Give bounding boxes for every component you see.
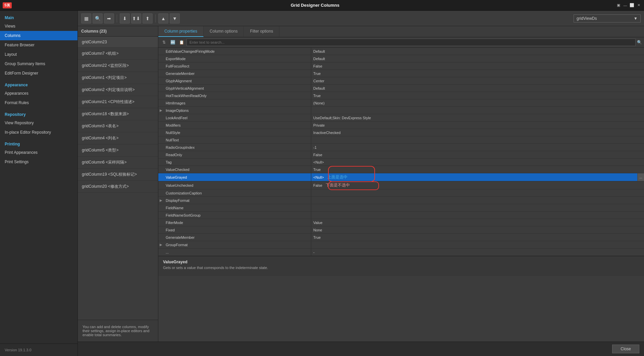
prop-row-imageoptions[interactable]: ▶ ImageOptions	[158, 107, 644, 114]
list-item[interactable]: gridColumn6 <采样间隔>	[78, 157, 158, 169]
close-button[interactable]: Close	[612, 345, 639, 353]
sidebar-item-group-summary-items[interactable]: Group Summary Items	[0, 59, 77, 69]
prop-name: LookAndFeel	[164, 114, 311, 121]
prop-row-generatemember[interactable]: GenerateMember True	[158, 70, 644, 77]
list-item[interactable]: gridColumn2 <判定项目说明>	[78, 84, 158, 96]
close-window-button[interactable]: ✕	[636, 3, 641, 8]
prop-row-groupformat[interactable]: ▶ GroupFormat	[158, 241, 644, 249]
prop-row-modifiers[interactable]: Modifiers Private	[158, 122, 644, 129]
prop-row-fieldnamesortgroup[interactable]: FieldNameSortGroup	[158, 212, 644, 219]
sidebar-item-layout[interactable]: Layout	[0, 50, 77, 59]
prop-value	[311, 204, 644, 211]
prop-edit-button[interactable]: ...	[637, 173, 644, 181]
prop-row-lookandfeel[interactable]: LookAndFeel UseDefault;Skin: DevExpress …	[158, 114, 644, 122]
prop-row-fieldname[interactable]: FieldName	[158, 204, 644, 212]
sidebar-item-inplace-editor-repository[interactable]: In-place Editor Repository	[0, 128, 77, 137]
list-item[interactable]: gridColumn3 <表名>	[78, 120, 158, 132]
prop-row-radiogroupindex[interactable]: RadioGroupIndex -1	[158, 144, 644, 151]
tab-column-properties[interactable]: Column properties	[158, 26, 204, 37]
prop-row-generatemember2[interactable]: GenerateMember True	[158, 234, 644, 241]
description-area: ValueGrayed Gets or sets a value that co…	[158, 256, 644, 276]
list-item[interactable]: gridColumn20 <修改方式>	[78, 181, 158, 193]
prop-row-readonly[interactable]: ReadOnly False	[158, 151, 644, 159]
chevron-down-icon: ▼	[634, 16, 638, 21]
list-item[interactable]: gridColumn4 <列名>	[78, 132, 158, 144]
sidebar-item-format-rules[interactable]: Format Rules	[0, 98, 77, 107]
prop-row-tag[interactable]: Tag <Null>	[158, 159, 644, 166]
prop-row-filtermode[interactable]: FilterMode Value	[158, 219, 644, 226]
list-item[interactable]: gridColumn21 <CP特性描述>	[78, 96, 158, 108]
toolbar-arrow-btn[interactable]: ➡	[104, 13, 114, 24]
prop-row-nullstyle[interactable]: NullStyle InactiveChecked	[158, 129, 644, 136]
list-item[interactable]: gridColumn23	[78, 37, 158, 48]
toolbar-expand-btn[interactable]: ▼	[170, 13, 180, 24]
prop-row-valuegrayed[interactable]: ValueGrayed <Null> 上面是选中 ...	[158, 173, 644, 181]
tab-column-options[interactable]: Column options	[204, 26, 244, 37]
sidebar-item-print-settings[interactable]: Print Settings	[0, 157, 77, 167]
categorize-btn[interactable]: 🔤	[169, 39, 176, 46]
prop-row-displayformat[interactable]: ▶ DisplayFormat	[158, 197, 644, 204]
list-item[interactable]: gridColumn7 <机组>	[78, 48, 158, 60]
toolbar: ▦ 🔍 ➡ ⬇ ⬆⬇ ⬆ ▲ ▼ gridViewDs ▼	[78, 11, 644, 26]
toolbar-search-btn[interactable]: 🔍	[93, 13, 103, 24]
prop-row-editvaluechangedfiringmode[interactable]: EditValueChangedFiringMode Default	[158, 48, 644, 55]
prop-row-ellipsis[interactable]: ... -	[158, 249, 644, 256]
sidebar-item-feature-browser[interactable]: Feature Browser	[0, 40, 77, 50]
list-item[interactable]: gridColumn22 <监控区段>	[78, 60, 158, 72]
minimize-button[interactable]: —	[623, 3, 628, 8]
prop-name: ImageOptions	[164, 107, 311, 114]
sort-props-btn[interactable]: ⇅	[160, 39, 168, 46]
prop-row-fixed[interactable]: Fixed None	[158, 226, 644, 234]
list-item[interactable]: gridColumn5 <类型>	[78, 144, 158, 157]
expand-icon	[158, 189, 164, 196]
prop-row-hottrackwhenreadonly[interactable]: HotTrackWhenReadOnly True	[158, 92, 644, 99]
expand-icon	[158, 92, 164, 99]
prop-row-valuechecked[interactable]: ValueChecked True	[158, 166, 644, 173]
main-panel: Columns (23) gridColumn23 gridColumn7 <机…	[78, 26, 644, 342]
prop-row-glyphalignment[interactable]: GlyphAlignment Center	[158, 77, 644, 85]
prop-value: True	[311, 70, 644, 77]
prop-row-nulltext[interactable]: NullText	[158, 136, 644, 144]
prop-name: CustomizationCaption	[164, 189, 311, 196]
sidebar-item-views[interactable]: Views	[0, 21, 77, 31]
prop-row-exportmode[interactable]: ExportMode Default	[158, 55, 644, 62]
list-item[interactable]: gridColumn19 <SQL校验标记>	[78, 169, 158, 181]
prop-value: Center	[311, 77, 644, 84]
toolbar-collapse-btn[interactable]: ▲	[158, 13, 168, 24]
content-area: ▦ 🔍 ➡ ⬇ ⬆⬇ ⬆ ▲ ▼ gridViewDs ▼ Columns (2…	[78, 11, 644, 356]
toolbar-move-up-btn[interactable]: ⬆	[143, 13, 153, 24]
prop-value: (None)	[311, 99, 644, 106]
sidebar-item-editform-designer[interactable]: EditForm Designer	[0, 69, 77, 78]
list-item[interactable]: gridColumn18 <数据来源>	[78, 108, 158, 120]
sidebar-item-columns[interactable]: Columns	[0, 31, 77, 40]
prop-value: None	[311, 226, 644, 233]
prop-name: Modifiers	[164, 122, 311, 129]
search-input[interactable]	[186, 39, 636, 46]
prop-row-fullfocusrect[interactable]: FullFocusRect False	[158, 62, 644, 70]
sidebar-item-print-appearances[interactable]: Print Appearances	[0, 148, 77, 157]
sidebar-item-appearances[interactable]: Appearances	[0, 89, 77, 98]
prop-name: FieldName	[164, 204, 311, 211]
sidebar-item-view-repository[interactable]: View Repository	[0, 118, 77, 128]
tab-filter-options[interactable]: Filter options	[244, 26, 279, 37]
filter-btn[interactable]: 📋	[178, 39, 185, 46]
prop-row-valueunchecked[interactable]: ValueUnchecked False 下面是不选中	[158, 181, 644, 189]
prop-row-htmlimages[interactable]: HtmlImages (None)	[158, 99, 644, 107]
prop-value: -	[311, 249, 644, 256]
window-controls[interactable]: ▣ — ⬜ ✕	[616, 3, 641, 8]
expand-icon	[158, 166, 164, 173]
toolbar-grid-btn[interactable]: ▦	[81, 13, 91, 24]
toolbar-move-updown-btn[interactable]: ⬆⬇	[131, 13, 141, 24]
columns-list: gridColumn23 gridColumn7 <机组> gridColumn…	[78, 37, 158, 320]
prop-name: FilterMode	[164, 219, 311, 226]
toolbar-move-down-btn[interactable]: ⬇	[120, 13, 130, 24]
version-label: Version 19.1.3.0	[0, 344, 77, 356]
annotated-section: ValueChecked True ValueGrayed <Null> 上面是…	[158, 166, 644, 189]
expand-icon	[158, 144, 164, 151]
list-item[interactable]: gridColumn1 <判定项目>	[78, 72, 158, 84]
prop-row-customizationcaption[interactable]: CustomizationCaption	[158, 189, 644, 197]
maximize-button[interactable]: ⬜	[629, 3, 635, 8]
prop-value: <Null> 上面是选中	[311, 173, 637, 181]
gridview-dropdown[interactable]: gridViewDs ▼	[574, 14, 641, 23]
prop-row-glyphverticalalignment[interactable]: GlyphVerticalAlignment Default	[158, 85, 644, 92]
